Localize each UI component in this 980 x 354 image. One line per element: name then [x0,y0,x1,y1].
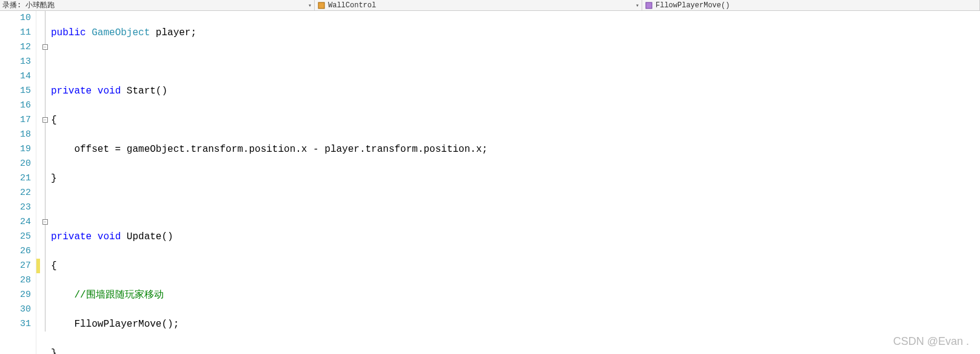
code-line[interactable]: private void Update() [51,230,980,244]
line-number: 16 [0,98,31,113]
code-line[interactable]: private void Start() [51,84,980,98]
code-line[interactable]: offset = gameObject.transform.position.x… [51,142,980,157]
toolbar-project-label: 录播: 小球酷跑 [2,0,308,10]
change-margin [36,11,41,354]
line-number: 10 [0,11,31,26]
line-number: 28 [0,273,31,288]
line-number: 15 [0,84,31,98]
class-icon [317,1,326,10]
line-number: 25 [0,230,31,244]
toolbar-method-section[interactable]: FllowPlayerMove() [642,0,980,10]
line-number: 12 [0,40,31,55]
code-line[interactable] [51,55,980,69]
code-area[interactable]: public GameObject player; private void S… [50,11,980,354]
line-number: 11 [0,26,31,40]
line-number: 19 [0,142,31,157]
line-number: 26 [0,244,31,259]
code-line[interactable]: } [51,171,980,186]
line-number: 24 [0,215,31,230]
chevron-down-icon[interactable]: ▾ [308,2,312,9]
svg-rect-1 [646,2,652,9]
fold-toggle[interactable] [42,44,48,50]
line-number: 13 [0,55,31,69]
code-line[interactable]: } [51,346,980,354]
line-number: 23 [0,200,31,215]
method-icon [645,1,653,10]
code-line[interactable]: public GameObject player; [51,26,980,40]
line-number-gutter: 10 11 12 13 14 15 16 17 18 19 20 21 22 2… [0,11,36,354]
line-number: 22 [0,186,31,200]
chevron-down-icon[interactable]: ▾ [636,2,639,9]
fold-toggle[interactable] [42,219,48,225]
code-line[interactable]: //围墙跟随玩家移动 [51,288,980,302]
line-number: 30 [0,302,31,317]
line-number: 21 [0,171,31,186]
toolbar-project-section[interactable]: 录播: 小球酷跑 ▾ [0,0,315,10]
code-line[interactable] [51,200,980,215]
line-number: 17 [0,113,31,128]
line-number: 31 [0,317,31,332]
toolbar-method-label: FllowPlayerMove() [656,1,977,10]
line-number: 14 [0,69,31,84]
fold-toggle[interactable] [42,117,48,123]
code-line[interactable]: FllowPlayerMove(); [51,317,980,332]
line-number: 29 [0,288,31,302]
toolbar-class-label: WallControl [328,1,636,10]
toolbar-class-section[interactable]: WallControl ▾ [315,0,642,10]
code-line[interactable]: { [51,113,980,128]
fold-margin [41,11,50,354]
line-number: 20 [0,157,31,171]
line-number: 18 [0,128,31,142]
code-line[interactable]: { [51,259,980,273]
modified-line-marker [36,259,40,273]
fold-guide [45,11,45,332]
svg-rect-0 [318,2,324,9]
code-editor[interactable]: 10 11 12 13 14 15 16 17 18 19 20 21 22 2… [0,11,980,354]
line-number: 27 [0,259,31,273]
breadcrumb-toolbar: 录播: 小球酷跑 ▾ WallControl ▾ FllowPlayerMove… [0,0,980,11]
